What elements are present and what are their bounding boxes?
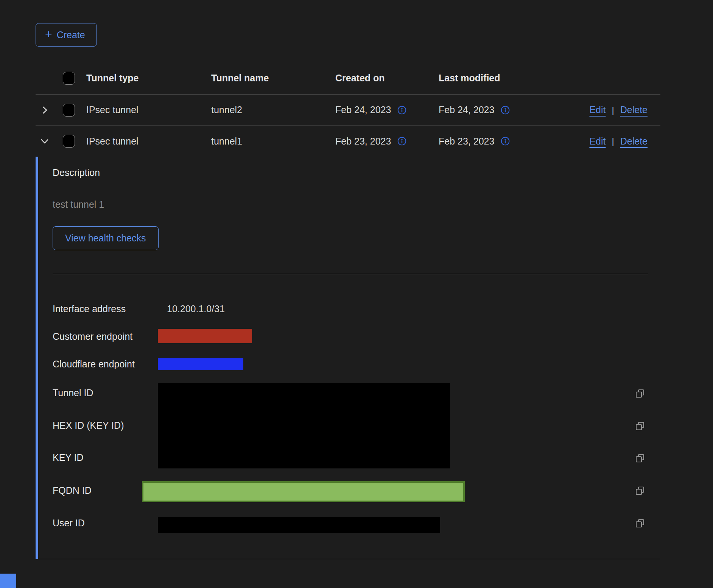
last-modified-cell: Feb 24, 2023: [439, 104, 494, 115]
info-icon[interactable]: [500, 105, 510, 115]
customer-endpoint-redacted-value: [158, 329, 252, 343]
created-on-cell: Feb 23, 2023: [335, 136, 391, 147]
info-icon[interactable]: [500, 136, 510, 146]
partial-blue-element: [0, 574, 16, 588]
tunnels-table: Tunnel type Tunnel name Created on Last …: [36, 62, 660, 559]
row-checkbox[interactable]: [63, 135, 75, 148]
delete-link[interactable]: Delete: [620, 104, 648, 115]
cloudflare-endpoint-redacted-value: [158, 358, 243, 370]
tunnels-page: { "create_button": { "label": "Create", …: [0, 0, 713, 588]
tunnel-name-cell: tunnel2: [211, 104, 335, 115]
interface-address-label: Interface address: [53, 303, 126, 314]
ids-redacted-block: [158, 383, 450, 468]
fqdn-id-label: FQDN ID: [53, 485, 92, 496]
key-id-label: KEY ID: [53, 452, 84, 463]
tunnel-type-cell: IPsec tunnel: [86, 104, 211, 115]
info-icon[interactable]: [397, 136, 407, 146]
copy-hex-id-button[interactable]: [635, 421, 645, 431]
tunnel-type-cell: IPsec tunnel: [86, 136, 211, 147]
tunnel-id-label: Tunnel ID: [53, 387, 93, 398]
plus-icon: +: [45, 28, 52, 40]
tunnel-detail-panel: Description test tunnel 1 View health ch…: [36, 157, 660, 559]
column-header-last-modified: Last modified: [439, 73, 542, 84]
user-id-label: User ID: [53, 517, 85, 529]
info-icon[interactable]: [397, 105, 407, 115]
select-all-checkbox[interactable]: [63, 72, 75, 85]
description-label: Description: [53, 167, 100, 178]
column-header-tunnel-type: Tunnel type: [86, 73, 211, 84]
last-modified-cell: Feb 23, 2023: [439, 136, 494, 147]
column-header-created-on: Created on: [335, 73, 439, 84]
column-header-tunnel-name: Tunnel name: [211, 73, 335, 84]
row-checkbox[interactable]: [63, 104, 75, 117]
delete-link[interactable]: Delete: [620, 136, 648, 147]
fqdn-id-redacted-value: [142, 481, 465, 502]
chevron-down-icon[interactable]: [39, 135, 50, 147]
view-health-checks-button[interactable]: View health checks: [53, 226, 159, 250]
panel-divider: [53, 274, 648, 274]
interface-address-value: 10.200.1.0/31: [167, 303, 225, 314]
edit-link[interactable]: Edit: [589, 136, 606, 147]
link-separator: |: [612, 136, 614, 146]
table-header-row: Tunnel type Tunnel name Created on Last …: [36, 62, 660, 95]
tunnel-name-cell: tunnel1: [211, 136, 335, 147]
copy-user-id-button[interactable]: [635, 518, 645, 529]
created-on-cell: Feb 24, 2023: [335, 104, 391, 115]
table-row: IPsec tunnel tunnel1 Feb 23, 2023 Feb 23…: [36, 126, 660, 157]
chevron-right-icon[interactable]: [39, 104, 50, 116]
hex-id-label: HEX ID (KEY ID): [53, 420, 124, 431]
copy-fqdn-id-button[interactable]: [635, 485, 645, 496]
link-separator: |: [612, 105, 614, 115]
copy-tunnel-id-button[interactable]: [635, 388, 645, 399]
edit-link[interactable]: Edit: [589, 104, 606, 115]
customer-endpoint-label: Customer endpoint: [53, 331, 132, 342]
user-id-redacted-value: [158, 517, 440, 533]
create-button[interactable]: + Create: [36, 23, 97, 47]
description-value: test tunnel 1: [53, 199, 104, 210]
create-button-label: Create: [57, 30, 85, 40]
table-row: IPsec tunnel tunnel2 Feb 24, 2023 Feb 24…: [36, 95, 660, 126]
copy-key-id-button[interactable]: [635, 453, 645, 464]
cloudflare-endpoint-label: Cloudflare endpoint: [53, 358, 135, 370]
